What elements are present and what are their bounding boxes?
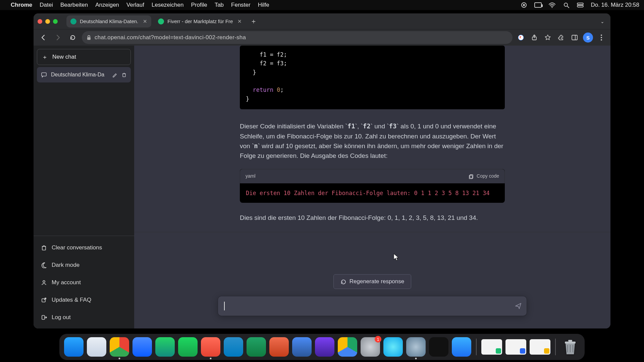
regenerate-button[interactable]: Regenerate response	[333, 274, 412, 289]
tab-fiverr[interactable]: Fiverr - der Marktplatz für Fre ✕	[154, 15, 246, 27]
menu-bearbeiten[interactable]: Bearbeiten	[60, 2, 88, 8]
dock-powerpoint[interactable]	[269, 337, 289, 357]
svg-point-14	[601, 37, 602, 38]
status-record-icon[interactable]	[520, 1, 528, 9]
trash-icon	[41, 245, 47, 251]
svg-rect-5	[577, 3, 583, 5]
chat-bubble-icon	[41, 72, 47, 78]
dock-word[interactable]	[292, 337, 312, 357]
tab-search-caret[interactable]: ⌄	[600, 19, 604, 24]
svg-point-1	[523, 4, 525, 6]
logout-icon	[41, 314, 47, 320]
sidebar-clear-conversations[interactable]: Clear conversations	[37, 240, 131, 255]
menu-verlauf[interactable]: Verlauf	[126, 2, 144, 8]
chrome-menu-icon[interactable]	[596, 33, 606, 43]
menu-profile[interactable]: Profile	[191, 2, 207, 8]
sidebar-my-account[interactable]: My account	[37, 275, 131, 290]
new-tab-button[interactable]: ＋	[249, 16, 259, 26]
side-panel-icon[interactable]	[570, 33, 580, 43]
tab-close-icon[interactable]: ✕	[237, 18, 242, 24]
extensions-icon[interactable]	[556, 33, 566, 43]
dock-minimized-window-1[interactable]	[481, 339, 502, 355]
dock-drive[interactable]	[338, 337, 357, 357]
menu-hilfe[interactable]: Hilfe	[258, 2, 269, 8]
dock-minimized-window-2[interactable]	[505, 339, 526, 355]
dock-minimized-window-3[interactable]	[530, 339, 550, 355]
forward-button[interactable]	[52, 32, 64, 43]
dock-quicktime[interactable]	[406, 337, 426, 357]
assistant-message: f1 = f2; f2 = f3; } return 0; } Dieser C…	[134, 46, 610, 239]
svg-rect-7	[87, 37, 91, 40]
svg-rect-11	[572, 35, 577, 40]
back-button[interactable]	[38, 32, 49, 43]
output-block: yaml Copy code Die ersten 10 Zahlen der …	[240, 169, 505, 203]
dock-imovie[interactable]	[315, 337, 334, 357]
label: Updates & FAQ	[52, 297, 91, 303]
send-icon[interactable]	[515, 302, 522, 310]
control-center-icon[interactable]	[577, 1, 584, 9]
output-header: yaml Copy code	[240, 169, 505, 183]
menubar-clock[interactable]: Do. 16. März 20:58	[591, 2, 639, 8]
reload-button[interactable]	[67, 32, 78, 43]
dock-safari[interactable]	[87, 337, 106, 357]
dock-trash[interactable]	[560, 337, 580, 357]
chrome-window: Deutschland Klima-Daten. ✕ Fiverr - der …	[34, 13, 610, 328]
menu-lesezeichen[interactable]: Lesezeichen	[152, 2, 183, 8]
sidebar-logout[interactable]: Log out	[37, 310, 131, 325]
edit-icon[interactable]	[112, 72, 117, 77]
dock-spotify[interactable]	[178, 337, 198, 357]
conversation-scroll[interactable]: f1 = f2; f2 = f3; } return 0; } Dieser C…	[134, 46, 610, 265]
message-divider	[134, 232, 610, 232]
menu-anzeigen[interactable]: Anzeigen	[95, 2, 119, 8]
dock-todoist[interactable]	[201, 337, 220, 357]
tabstrip: Deutschland Klima-Daten. ✕ Fiverr - der …	[34, 13, 610, 29]
sidebar-dark-mode[interactable]: Dark mode	[37, 257, 131, 273]
profile-avatar[interactable]: S	[583, 33, 593, 43]
dock-chrome[interactable]	[110, 337, 129, 357]
svg-rect-6	[577, 5, 583, 7]
svg-rect-17	[123, 74, 125, 77]
conversation-item-active[interactable]: Deutschland Klima-Da	[37, 67, 131, 82]
message-input[interactable]	[218, 296, 527, 316]
close-window[interactable]	[38, 19, 42, 24]
new-chat-label: New chat	[52, 54, 76, 60]
window-controls	[38, 19, 58, 24]
share-icon[interactable]	[529, 33, 539, 43]
trash-icon[interactable]	[121, 72, 127, 77]
label: My account	[52, 279, 81, 286]
dock-trello[interactable]	[224, 337, 243, 357]
zoom-window[interactable]	[53, 19, 58, 24]
dock-siri[interactable]	[383, 337, 403, 357]
wifi-icon[interactable]	[548, 1, 556, 9]
copy-code-button[interactable]: Copy code	[469, 173, 499, 180]
spotlight-icon[interactable]	[562, 1, 570, 9]
dock-voice-memos[interactable]	[429, 337, 448, 357]
dock-excel[interactable]	[247, 337, 266, 357]
google-translate-icon[interactable]	[516, 33, 526, 43]
svg-rect-24	[565, 342, 576, 344]
menu-datei[interactable]: Datei	[40, 2, 53, 8]
moon-icon	[41, 262, 47, 268]
dock-finder[interactable]	[64, 337, 84, 357]
browser-toolbar: chat.openai.com/chat?model=text-davinci-…	[34, 29, 610, 46]
dock-appstore[interactable]	[452, 337, 471, 357]
tab-active[interactable]: Deutschland Klima-Daten. ✕	[66, 15, 151, 27]
label: Log out	[52, 314, 71, 321]
code-block: f1 = f2; f2 = f3; } return 0; }	[240, 46, 505, 109]
menubar-app[interactable]: Chrome	[11, 2, 32, 8]
menu-fenster[interactable]: Fenster	[231, 2, 251, 8]
tab-close-icon[interactable]: ✕	[143, 18, 147, 24]
svg-point-2	[552, 7, 553, 8]
omnibox[interactable]: chat.openai.com/chat?model=text-davinci-…	[82, 31, 513, 44]
bookmark-star-icon[interactable]	[543, 33, 553, 43]
copy-label: Copy code	[477, 173, 499, 180]
dock-settings[interactable]	[361, 337, 380, 357]
minimize-window[interactable]	[45, 19, 50, 24]
menu-tab[interactable]: Tab	[215, 2, 224, 8]
dock-whatsapp[interactable]	[155, 337, 175, 357]
sidebar-updates-faq[interactable]: Updates & FAQ	[37, 292, 131, 308]
new-chat-button[interactable]: ＋ New chat	[37, 49, 131, 65]
dock-zoom[interactable]	[132, 337, 152, 357]
regenerate-label: Regenerate response	[350, 278, 405, 285]
battery-icon[interactable]	[534, 1, 542, 9]
